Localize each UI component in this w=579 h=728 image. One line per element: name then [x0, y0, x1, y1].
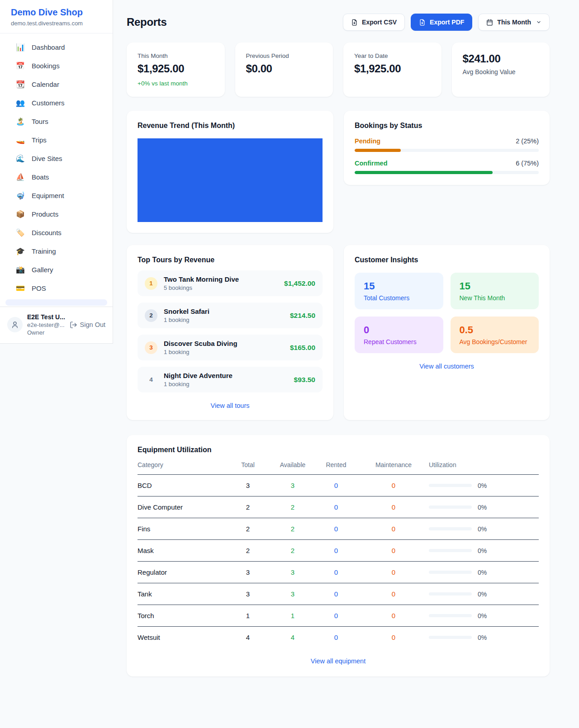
equipment-available: 3 [271, 590, 314, 598]
sidebar-item-tours[interactable]: 🏝️ Tours [5, 112, 107, 131]
insight-value: 0.5 [460, 324, 530, 336]
sidebar-item-dashboard[interactable]: 📊 Dashboard [5, 38, 107, 57]
period-dropdown[interactable]: This Month [478, 14, 550, 31]
stat-label: Year to Date [354, 52, 431, 59]
insight-tiles: 15 Total Customers 15 New This Month 0 R… [355, 273, 539, 353]
shop-domain: demo.test.divestreams.com [11, 20, 102, 27]
equipment-category: BCD [138, 482, 224, 489]
stat-cards: This Month $1,925.00 +0% vs last month P… [127, 43, 550, 97]
equipment-available: 2 [271, 525, 314, 533]
sidebar-item-gallery[interactable]: 📸 Gallery [5, 260, 107, 279]
equipment-maintenance: 0 [358, 612, 429, 619]
equipment-maintenance: 0 [358, 503, 429, 511]
tour-name: Snorkel Safari [164, 307, 284, 315]
customer-insights-card: Customer Insights 15 Total Customers 15 … [344, 245, 550, 420]
utilization-bar-track [429, 571, 472, 574]
export-csv-label: Export CSV [362, 19, 397, 26]
equipment-available: 2 [271, 503, 314, 511]
tour-revenue: $214.50 [290, 312, 315, 320]
equipment-category: Dive Computer [138, 503, 224, 511]
tag-icon: 🏷️ [15, 228, 25, 237]
charts-row: Revenue Trend (This Month) Bookings by S… [127, 111, 550, 233]
stat-card-previous-period: Previous Period $0.00 [235, 43, 333, 97]
sidebar-item-trips[interactable]: 🚤 Trips [5, 131, 107, 149]
sidebar-item-label: Dashboard [32, 43, 65, 51]
equipment-category: Wetsuit [138, 633, 224, 641]
equipment-table-row: BCD 3 3 0 0 0% [138, 475, 539, 496]
equipment-table-row: Torch 1 1 0 0 0% [138, 605, 539, 627]
file-download-icon [419, 19, 426, 26]
insight-label: Avg Bookings/Customer [460, 338, 530, 345]
sidebar-item-calendar[interactable]: 📆 Calendar [5, 75, 107, 94]
equipment-maintenance: 0 [358, 525, 429, 533]
column-header-available: Available [271, 454, 314, 474]
view-all-customers-link[interactable]: View all customers [419, 363, 474, 370]
tour-name: Two Tank Morning Dive [164, 275, 278, 283]
equipment-utilization-title: Equipment Utilization [138, 446, 539, 454]
shop-name: Demo Dive Shop [11, 7, 102, 18]
equipment-available: 3 [271, 482, 314, 489]
equipment-rented: 0 [314, 503, 358, 511]
equipment-utilization-cell: 0% [429, 525, 539, 533]
stat-value: $241.00 [463, 52, 539, 65]
sidebar-item-reports-active[interactable] [5, 299, 107, 306]
insight-label: New This Month [460, 294, 530, 302]
insight-tile: 15 Total Customers [355, 273, 443, 309]
period-label: This Month [497, 19, 531, 26]
tour-bookings-count: 5 bookings [164, 284, 278, 291]
equipment-utilization-cell: 0% [429, 547, 539, 554]
equipment-table-header: Category Total Available Rented Maintena… [138, 454, 539, 475]
equipment-table-row: Dive Computer 2 2 0 0 0% [138, 496, 539, 518]
stat-value: $1,925.00 [354, 62, 431, 75]
page-header: Reports Export CSV Export PDF This Month [127, 14, 550, 31]
tour-bookings-count: 1 booking [164, 317, 284, 323]
utilization-bar-track [429, 592, 472, 596]
sidebar-item-label: Boats [32, 173, 49, 181]
equipment-total: 4 [224, 633, 271, 641]
equipment-rented: 0 [314, 568, 358, 576]
utilization-bar-track [429, 636, 472, 639]
sign-out-button[interactable]: Sign Out [70, 321, 105, 329]
sidebar-item-discounts[interactable]: 🏷️ Discounts [5, 223, 107, 242]
export-csv-button[interactable]: Export CSV [343, 14, 405, 31]
sidebar-item-label: Calendar [32, 80, 59, 88]
view-all-tours-link[interactable]: View all tours [211, 402, 250, 409]
insight-label: Total Customers [364, 294, 434, 302]
status-progress-fill [355, 171, 493, 174]
column-header-maintenance: Maintenance [358, 454, 429, 474]
equipment-utilization-card: Equipment Utilization Category Total Ava… [127, 435, 550, 676]
stat-delta: +0% vs last month [138, 80, 214, 87]
utilization-percent: 0% [478, 482, 487, 489]
equipment-category: Torch [138, 612, 224, 619]
sidebar-item-boats[interactable]: ⛵ Boats [5, 168, 107, 186]
view-all-equipment-link[interactable]: View all equipment [311, 657, 365, 665]
insight-tile: 0.5 Avg Bookings/Customer [451, 317, 539, 353]
tear-off-calendar-icon: 📆 [15, 80, 25, 89]
stat-card-this-month: This Month $1,925.00 +0% vs last month [127, 43, 225, 97]
sidebar-item-training[interactable]: 🎓 Training [5, 242, 107, 260]
equipment-rented: 0 [314, 525, 358, 533]
sidebar-item-customers[interactable]: 👥 Customers [5, 94, 107, 112]
tour-rank-badge: 2 [145, 309, 157, 322]
calendar-icon [486, 19, 493, 26]
customer-insights-title: Customer Insights [355, 256, 539, 264]
sidebar-item-label: Discounts [32, 229, 62, 236]
tour-bookings-count: 1 booking [164, 349, 284, 355]
sidebar-item-products[interactable]: 📦 Products [5, 205, 107, 223]
tour-rank-badge: 1 [145, 277, 157, 290]
sidebar-item-pos[interactable]: 💳 POS [5, 279, 107, 298]
tour-rank-badge: 4 [145, 373, 157, 386]
sidebar-item-bookings[interactable]: 📅 Bookings [5, 57, 107, 75]
column-header-total: Total [224, 454, 271, 474]
sidebar-item-dive-sites[interactable]: 🌊 Dive Sites [5, 149, 107, 168]
sidebar-item-equipment[interactable]: 🤿 Equipment [5, 186, 107, 205]
equipment-maintenance: 0 [358, 482, 429, 489]
sidebar: Demo Dive Shop demo.test.divestreams.com… [0, 0, 113, 344]
equipment-available: 4 [271, 633, 314, 641]
bookings-by-status-card: Bookings by Status Pending 2 (25%) [344, 111, 550, 185]
export-pdf-button[interactable]: Export PDF [411, 14, 472, 31]
tour-list-item: 1 Two Tank Morning Dive 5 bookings $1,45… [138, 270, 323, 296]
equipment-utilization-cell: 0% [429, 504, 539, 511]
column-header-utilization: Utilization [429, 454, 539, 474]
equipment-table-row: Regulator 3 3 0 0 0% [138, 562, 539, 583]
